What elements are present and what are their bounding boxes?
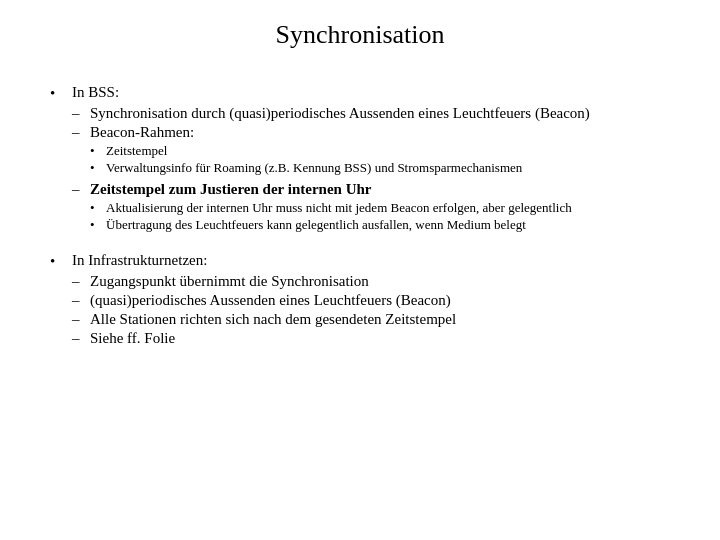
slide-title: Synchronisation [50, 20, 670, 54]
infra-dash-0: – [72, 273, 90, 290]
infra-item-1-text: (quasi)periodisches Aussenden eines Leuc… [90, 292, 670, 309]
slide-container: Synchronisation • In BSS: – Synchronisat… [0, 0, 720, 540]
bss-sub-2-0-text: Aktualisierung der internen Uhr muss nic… [106, 200, 670, 216]
sub-dot-2-0: • [90, 200, 106, 216]
bss-item-1-subitems: • Zeitstempel • Verwaltungsinfo für Roam… [90, 143, 670, 177]
section-bss: • In BSS: – Synchronisation durch (quasi… [50, 84, 670, 238]
infra-item-1: – (quasi)periodisches Aussenden eines Le… [72, 292, 670, 309]
bss-sub-1-0: • Zeitstempel [90, 143, 670, 159]
infra-item-2: – Alle Stationen richten sich nach dem g… [72, 311, 670, 328]
dash-1: – [72, 124, 90, 141]
bss-item-2-text: Zeitstempel zum Justieren der internen U… [90, 181, 670, 198]
bss-item-1-text: Beacon-Rahmen: [90, 124, 670, 141]
bss-sub-2-1: • Übertragung des Leuchtfeuers kann gele… [90, 217, 670, 233]
section-infra-body: In Infrastrukturnetzen: – Zugangspunkt ü… [72, 252, 670, 349]
dash-0: – [72, 105, 90, 122]
bullet-bss: • [50, 85, 72, 102]
infra-dash-list: – Zugangspunkt übernimmt die Synchronisa… [72, 273, 670, 347]
infra-item-0-text: Zugangspunkt übernimmt die Synchronisati… [90, 273, 670, 290]
bss-sub-2-1-text: Übertragung des Leuchtfeuers kann gelege… [106, 217, 670, 233]
bss-item-2: – Zeitstempel zum Justieren der internen… [72, 181, 670, 236]
section-infra: • In Infrastrukturnetzen: – Zugangspunkt… [50, 252, 670, 349]
section-infra-heading: In Infrastrukturnetzen: [72, 252, 670, 269]
bss-sub-1-1-text: Verwaltungsinfo für Roaming (z.B. Kennun… [106, 160, 670, 176]
dash-2: – [72, 181, 90, 198]
section-bss-heading: In BSS: [72, 84, 670, 101]
infra-item-0: – Zugangspunkt übernimmt die Synchronisa… [72, 273, 670, 290]
bss-dash-list: – Synchronisation durch (quasi)periodisc… [72, 105, 670, 236]
infra-dash-1: – [72, 292, 90, 309]
sub-dot-1-0: • [90, 143, 106, 159]
bss-item-0-text: Synchronisation durch (quasi)periodische… [90, 105, 670, 122]
bss-sub-1-1: • Verwaltungsinfo für Roaming (z.B. Kenn… [90, 160, 670, 176]
sub-dot-1-1: • [90, 160, 106, 176]
bss-sub-1-0-text: Zeitstempel [106, 143, 670, 159]
bullet-infra: • [50, 253, 72, 270]
bss-item-1: – Beacon-Rahmen: • Zeitstempel • Verwalt… [72, 124, 670, 179]
infra-dash-3: – [72, 330, 90, 347]
infra-dash-2: – [72, 311, 90, 328]
slide-content: • In BSS: – Synchronisation durch (quasi… [50, 84, 670, 520]
infra-item-2-text: Alle Stationen richten sich nach dem ges… [90, 311, 670, 328]
infra-item-3: – Siehe ff. Folie [72, 330, 670, 347]
sub-dot-2-1: • [90, 217, 106, 233]
infra-item-3-text: Siehe ff. Folie [90, 330, 670, 347]
bss-item-0: – Synchronisation durch (quasi)periodisc… [72, 105, 670, 122]
bss-sub-2-0: • Aktualisierung der internen Uhr muss n… [90, 200, 670, 216]
bss-item-2-subitems: • Aktualisierung der internen Uhr muss n… [90, 200, 670, 234]
section-bss-body: In BSS: – Synchronisation durch (quasi)p… [72, 84, 670, 238]
